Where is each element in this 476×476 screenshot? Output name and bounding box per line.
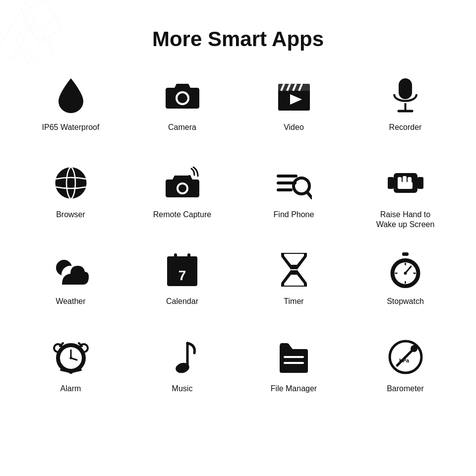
apps-grid: IP65 Waterproof Camera bbox=[15, 66, 461, 409]
page-title: More Smart Apps bbox=[0, 0, 476, 66]
app-label: File Manager bbox=[271, 384, 317, 394]
app-label: Stopwatch bbox=[387, 297, 424, 307]
app-video[interactable]: Video bbox=[238, 66, 350, 148]
svg-rect-49 bbox=[402, 252, 409, 256]
barometer-icon: hPa bbox=[386, 337, 425, 377]
app-label: Camera bbox=[168, 122, 196, 133]
app-label: Music bbox=[172, 384, 193, 394]
music-icon bbox=[163, 337, 202, 377]
svg-text:7: 7 bbox=[178, 268, 186, 283]
waterproof-icon bbox=[51, 76, 91, 116]
svg-rect-32 bbox=[417, 177, 423, 189]
svg-rect-37 bbox=[398, 182, 413, 189]
app-label: Recorder bbox=[389, 122, 422, 133]
stopwatch-icon bbox=[386, 250, 425, 290]
svg-rect-45 bbox=[174, 253, 177, 260]
app-label: Alarm bbox=[60, 384, 81, 394]
svg-point-54 bbox=[404, 272, 407, 275]
svg-rect-46 bbox=[187, 253, 190, 260]
app-raise-hand[interactable]: Raise Hand to Wake up Screen bbox=[350, 153, 461, 236]
app-label: IP65 Waterproof bbox=[42, 122, 100, 133]
svg-point-23 bbox=[178, 184, 186, 192]
app-label: Video bbox=[284, 122, 304, 133]
app-remote-capture[interactable]: Remote Capture bbox=[126, 153, 238, 236]
camera-icon bbox=[163, 76, 202, 116]
find-phone-icon bbox=[274, 163, 314, 203]
alarm-icon bbox=[51, 337, 91, 377]
video-icon bbox=[274, 76, 314, 116]
svg-rect-30 bbox=[388, 177, 394, 189]
app-label: Find Phone bbox=[274, 210, 314, 220]
raise-hand-icon bbox=[386, 163, 425, 203]
svg-line-29 bbox=[307, 192, 312, 198]
app-label: Browser bbox=[56, 210, 85, 220]
svg-point-64 bbox=[69, 357, 72, 359]
app-label: Calendar bbox=[166, 297, 198, 307]
svg-point-74 bbox=[411, 345, 417, 352]
app-label: Barometer bbox=[387, 384, 424, 394]
app-browser[interactable]: Browser bbox=[15, 153, 126, 236]
svg-point-65 bbox=[69, 370, 73, 374]
app-stopwatch[interactable]: Stopwatch bbox=[350, 240, 461, 322]
app-barometer[interactable]: hPa Barometer bbox=[350, 327, 461, 410]
app-file-manager[interactable]: File Manager bbox=[238, 327, 350, 410]
app-camera[interactable]: Camera bbox=[126, 66, 238, 148]
app-alarm[interactable]: Alarm bbox=[15, 327, 126, 410]
browser-icon bbox=[51, 163, 91, 203]
app-label: Raise Hand to Wake up Screen bbox=[376, 210, 435, 231]
svg-rect-16 bbox=[399, 78, 412, 99]
weather-icon bbox=[51, 250, 91, 290]
app-weather[interactable]: Weather bbox=[15, 240, 126, 322]
svg-point-7 bbox=[178, 93, 187, 103]
app-ip65-waterproof[interactable]: IP65 Waterproof bbox=[15, 66, 126, 148]
file-manager-icon bbox=[274, 337, 314, 377]
app-calendar[interactable]: 7 Calendar bbox=[126, 240, 238, 322]
app-timer[interactable]: Timer bbox=[238, 240, 350, 322]
app-label: Timer bbox=[284, 297, 303, 307]
calendar-icon: 7 bbox=[163, 250, 202, 290]
app-label: Weather bbox=[56, 297, 85, 307]
app-music[interactable]: Music bbox=[126, 327, 238, 410]
app-label: Remote Capture bbox=[153, 210, 211, 220]
svg-point-24 bbox=[188, 175, 191, 178]
svg-rect-44 bbox=[167, 262, 197, 266]
recorder-icon bbox=[386, 76, 425, 116]
app-recorder[interactable]: Recorder bbox=[350, 66, 461, 148]
remote-capture-icon bbox=[163, 163, 202, 203]
svg-text:hPa: hPa bbox=[399, 357, 410, 363]
app-find-phone[interactable]: Find Phone bbox=[238, 153, 350, 236]
timer-icon bbox=[274, 250, 314, 290]
